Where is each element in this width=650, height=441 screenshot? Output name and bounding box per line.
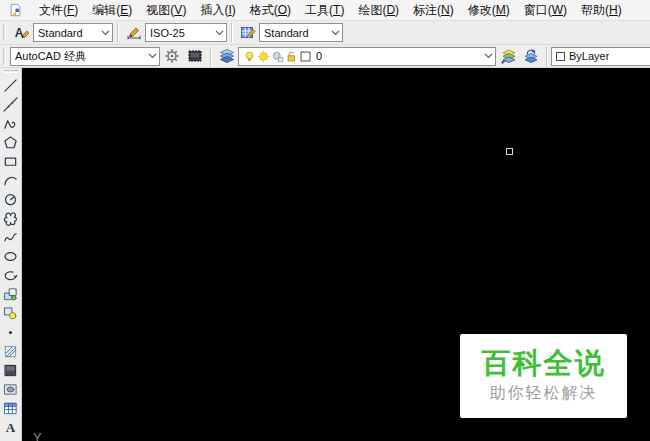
- main-area: Y 百科全说 助你轻松解决: [0, 68, 650, 441]
- menu-bar: 文件(F)编辑(E)视图(V)插入(I)格式(O)工具(T)绘图(D)标注(N)…: [0, 0, 650, 21]
- layer-on-bulb-icon[interactable]: [243, 50, 256, 63]
- toolbar-grip[interactable]: [3, 48, 6, 65]
- menu-item-window[interactable]: 窗口(W): [517, 0, 574, 22]
- chevron-down-icon: [148, 53, 157, 59]
- spline-icon[interactable]: [1, 228, 21, 247]
- make-block-icon[interactable]: [1, 304, 21, 323]
- gradient-icon[interactable]: [1, 361, 21, 380]
- revision-cloud-icon[interactable]: [1, 209, 21, 228]
- layer-combo[interactable]: 0: [238, 47, 496, 66]
- menu-item-view[interactable]: 视图(V): [139, 0, 193, 22]
- current-layer-name: 0: [316, 50, 322, 62]
- draw-toolbar: [0, 68, 22, 441]
- chevron-down-icon: [215, 30, 224, 36]
- workspace-combo[interactable]: AutoCAD 经典: [10, 47, 160, 66]
- construction-line-icon[interactable]: [1, 95, 21, 114]
- menu-item-tools[interactable]: 工具(T): [298, 0, 351, 22]
- text-style-combo[interactable]: Standard: [33, 23, 113, 42]
- table-style-icon[interactable]: [237, 22, 258, 43]
- toolbar-grip[interactable]: [3, 24, 6, 41]
- watermark: 百科全说 助你轻松解决: [460, 334, 627, 418]
- styles-toolbar: A Standard ISO-25: [0, 21, 650, 45]
- autocad-window: 文件(F)编辑(E)视图(V)插入(I)格式(O)工具(T)绘图(D)标注(N)…: [0, 0, 650, 441]
- my-workspace-icon[interactable]: [184, 46, 205, 67]
- menu-item-modify[interactable]: 修改(M): [461, 0, 517, 22]
- region-icon[interactable]: [1, 380, 21, 399]
- layer-previous-icon[interactable]: [520, 46, 541, 67]
- menu-item-edit[interactable]: 编辑(E): [85, 0, 139, 22]
- toolbar-separator: [231, 23, 232, 42]
- workspace-value: AutoCAD 经典: [15, 49, 86, 64]
- polygon-icon[interactable]: [1, 133, 21, 152]
- ellipse-arc-icon[interactable]: [1, 266, 21, 285]
- menu-item-help[interactable]: 帮助(H): [574, 0, 629, 22]
- viewport-freeze-icon[interactable]: [271, 50, 284, 63]
- dwg-file-icon[interactable]: [8, 3, 23, 17]
- arc-icon[interactable]: [1, 171, 21, 190]
- ucs-y-axis-label: Y: [33, 430, 42, 441]
- drawing-canvas[interactable]: Y 百科全说 助你轻松解决: [22, 68, 650, 441]
- color-value: ByLayer: [569, 50, 609, 62]
- insert-block-icon[interactable]: [1, 285, 21, 304]
- toolbar-separator: [117, 23, 118, 42]
- menu-item-file[interactable]: 文件(F): [32, 0, 85, 22]
- hatch-icon[interactable]: [1, 342, 21, 361]
- line-icon[interactable]: [1, 76, 21, 95]
- workspaces-layers-toolbar: AutoCAD 经典: [0, 45, 650, 68]
- table-style-combo[interactable]: Standard: [259, 23, 343, 42]
- watermark-subtitle: 助你轻松解决: [490, 383, 598, 404]
- layer-unlock-icon[interactable]: [285, 50, 298, 63]
- toolbar-grip[interactable]: [4, 70, 18, 73]
- pickbox-cursor: [506, 148, 513, 155]
- color-combo[interactable]: ByLayer: [551, 47, 650, 66]
- menu-item-insert[interactable]: 插入(I): [193, 0, 242, 22]
- workspace-settings-gear-icon[interactable]: [161, 46, 182, 67]
- bylayer-color-swatch: [556, 52, 565, 61]
- dim-style-icon[interactable]: [123, 22, 144, 43]
- chevron-down-icon: [101, 30, 110, 36]
- chevron-down-icon: [331, 30, 340, 36]
- menu-item-draw[interactable]: 绘图(D): [351, 0, 406, 22]
- polyline-icon[interactable]: [1, 114, 21, 133]
- chevron-down-icon: [484, 53, 493, 59]
- layer-properties-icon[interactable]: [216, 46, 237, 67]
- layer-color-swatch[interactable]: [299, 50, 312, 63]
- layer-states-icon[interactable]: [497, 46, 518, 67]
- menu-items: 文件(F)编辑(E)视图(V)插入(I)格式(O)工具(T)绘图(D)标注(N)…: [32, 0, 629, 20]
- point-icon[interactable]: [1, 323, 21, 342]
- rectangle-icon[interactable]: [1, 152, 21, 171]
- menu-item-dimension[interactable]: 标注(N): [406, 0, 461, 22]
- ellipse-icon[interactable]: [1, 247, 21, 266]
- layer-thaw-sun-icon[interactable]: [257, 50, 270, 63]
- table-style-value: Standard: [264, 27, 309, 39]
- toolbar-separator: [210, 47, 211, 66]
- watermark-title: 百科全说: [482, 348, 606, 380]
- dim-style-combo[interactable]: ISO-25: [145, 23, 227, 42]
- text-style-icon[interactable]: A: [11, 22, 32, 43]
- text-style-value: Standard: [38, 27, 83, 39]
- toolbar-separator: [546, 47, 547, 66]
- menu-item-format[interactable]: 格式(O): [243, 0, 298, 22]
- table-icon[interactable]: [1, 399, 21, 418]
- multiline-text-icon[interactable]: [1, 418, 21, 437]
- dim-style-value: ISO-25: [150, 27, 185, 39]
- circle-icon[interactable]: [1, 190, 21, 209]
